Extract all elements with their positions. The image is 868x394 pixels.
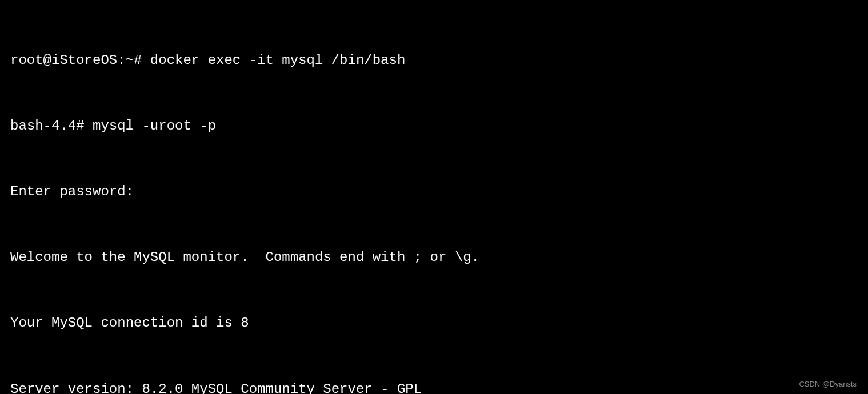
output-line: Enter password: bbox=[10, 181, 858, 203]
output-line: Welcome to the MySQL monitor. Commands e… bbox=[10, 247, 858, 268]
shell-command: mysql -uroot -p bbox=[93, 118, 216, 134]
terminal-output[interactable]: root@iStoreOS:~# docker exec -it mysql /… bbox=[10, 6, 858, 394]
output-line: Your MySQL connection id is 8 bbox=[10, 312, 858, 334]
watermark-text: CSDN @Dyansts bbox=[799, 379, 857, 391]
output-line: Server version: 8.2.0 MySQL Community Se… bbox=[10, 379, 858, 394]
shell-prompt: root@iStoreOS:~# bbox=[10, 53, 150, 68]
command-line: bash-4.4# mysql -uroot -p bbox=[10, 115, 858, 137]
command-line: root@iStoreOS:~# docker exec -it mysql /… bbox=[10, 50, 858, 71]
shell-prompt: bash-4.4# bbox=[10, 118, 93, 134]
shell-command: docker exec -it mysql /bin/bash bbox=[150, 53, 405, 68]
